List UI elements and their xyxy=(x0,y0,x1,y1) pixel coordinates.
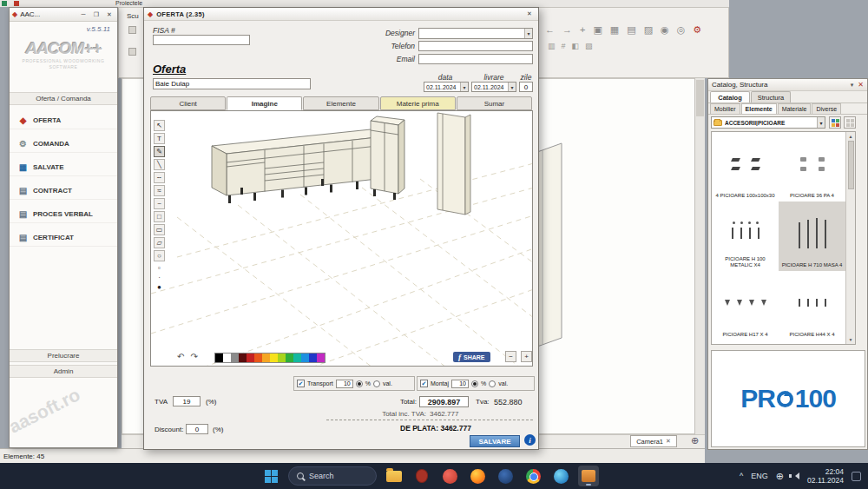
expand-button[interactable]: + xyxy=(521,351,532,362)
taskbar-app-chrome[interactable] xyxy=(523,466,543,486)
discount-input[interactable] xyxy=(186,424,208,434)
prelucrare-button[interactable]: Prelucrare xyxy=(10,349,117,362)
chevron-down-icon[interactable]: ▾ xyxy=(460,83,468,91)
small-dot-icon[interactable]: · xyxy=(154,273,165,282)
designer-select[interactable]: ▾ xyxy=(418,28,533,39)
maximize-button[interactable]: ❐ xyxy=(91,10,102,19)
montaj-checkbox[interactable]: ✔ xyxy=(420,380,428,387)
color-swatch[interactable] xyxy=(231,354,239,362)
line-tool-icon[interactable]: ╲ xyxy=(154,159,165,170)
transport-percent-radio[interactable] xyxy=(356,380,363,387)
pattern-icon[interactable]: ▨ xyxy=(644,24,653,36)
target-icon[interactable]: ◉ xyxy=(661,24,669,36)
tab-sumar[interactable]: Sumar xyxy=(457,96,532,110)
taskbar-app-navy[interactable] xyxy=(495,466,516,486)
tab-client[interactable]: Client xyxy=(150,96,226,110)
tab-catalog[interactable]: Catalog xyxy=(710,91,750,102)
subtab-materiale[interactable]: Materiale xyxy=(778,103,812,114)
volume-icon[interactable] xyxy=(792,472,799,479)
doc-icon[interactable]: ▥ xyxy=(548,42,556,50)
network-icon[interactable]: ⊕ xyxy=(776,471,784,482)
color-swatch[interactable] xyxy=(215,354,223,362)
background-vertical-scrollbar[interactable] xyxy=(694,78,705,435)
scrollbar-thumb[interactable] xyxy=(848,141,854,189)
color-swatch[interactable] xyxy=(317,354,325,362)
thumbnail-view-icon[interactable] xyxy=(829,116,841,129)
taskbar-app-edge[interactable] xyxy=(550,466,571,486)
taskbar-app-explorer[interactable] xyxy=(384,466,404,486)
subtab-diverse[interactable]: Diverse xyxy=(812,103,841,114)
panel-menu-icon[interactable]: ▾ xyxy=(851,82,854,89)
pencil-tool-icon[interactable]: ✎ xyxy=(154,146,165,157)
fisa-input[interactable] xyxy=(153,35,250,45)
tab-imagine[interactable]: Imagine xyxy=(227,96,302,110)
image-canvas[interactable]: ↖ T ✎ ╲ ╌ ≈ ~ □ ▭ ▱ ○ ▫ · ● ↶ ↷ xyxy=(150,110,533,367)
color-swatch[interactable] xyxy=(270,354,278,362)
rectangle-tool-icon[interactable]: □ xyxy=(154,211,165,222)
montaj-percent-radio[interactable] xyxy=(471,380,478,387)
tab-structura[interactable]: Structura xyxy=(751,91,791,102)
color-swatch[interactable] xyxy=(293,354,301,362)
dialog-close-button[interactable]: ✕ xyxy=(524,10,535,19)
salvare-button[interactable]: SALVARE xyxy=(470,435,520,447)
sidebar-item-certificat[interactable]: ▤ CERTIFICAT xyxy=(10,229,117,247)
chevron-down-icon[interactable]: ▾ xyxy=(508,83,516,91)
chevron-down-icon[interactable]: ▾ xyxy=(524,29,532,38)
dashed-line-tool-icon[interactable]: ╌ xyxy=(154,172,165,183)
sidebar-item-proces-verbal[interactable]: ▤ PROCES VERBAL xyxy=(10,206,117,223)
sidebar-item-oferta[interactable]: ◆ OFERTA xyxy=(10,112,117,129)
hatch-icon[interactable]: ▧ xyxy=(585,42,593,50)
transport-val-radio[interactable] xyxy=(373,380,380,387)
settings-gear-icon[interactable]: ⚙ xyxy=(693,24,701,36)
taskbar-app-active[interactable] xyxy=(578,466,599,486)
ellipse-tool-icon[interactable]: ○ xyxy=(154,250,165,261)
email-input[interactable] xyxy=(418,54,533,64)
info-icon[interactable]: i xyxy=(524,434,536,446)
catalog-item[interactable]: PICIOARE H44 X 4 xyxy=(779,271,845,340)
grid-icon[interactable]: ▦ xyxy=(610,24,619,36)
polygon-tool-icon[interactable]: ▱ xyxy=(154,237,165,248)
collapse-button[interactable]: − xyxy=(505,351,516,362)
undo-icon[interactable]: ↶ xyxy=(177,352,184,361)
background-mini-icon[interactable] xyxy=(128,26,136,34)
table-view-icon[interactable] xyxy=(844,116,856,129)
cursor-tool-icon[interactable]: ↖ xyxy=(154,120,165,131)
color-swatch[interactable] xyxy=(286,354,293,362)
color-swatch[interactable] xyxy=(301,354,309,362)
offer-name-input[interactable] xyxy=(153,78,311,89)
back-icon[interactable]: ← xyxy=(545,24,555,36)
admin-button[interactable]: Admin xyxy=(10,365,117,378)
chevron-down-icon[interactable]: ▾ xyxy=(817,117,825,128)
curve-tool-icon[interactable]: ~ xyxy=(154,198,165,209)
minimize-button[interactable]: ─ xyxy=(78,10,89,19)
tab-elemente[interactable]: Elemente xyxy=(303,96,378,110)
color-swatch[interactable] xyxy=(262,354,270,362)
rounded-rect-tool-icon[interactable]: ▭ xyxy=(154,224,165,235)
livrare-date-select[interactable]: 02.11.2024 ▾ xyxy=(471,82,516,92)
catalog-item[interactable]: PICIOARE H 100 METALIC X4 xyxy=(712,202,779,271)
text-tool-icon[interactable]: T xyxy=(154,133,165,144)
category-select[interactable]: ACCESORII|PICIOARE ▾ xyxy=(711,116,825,129)
color-swatch[interactable] xyxy=(309,354,317,362)
search-input[interactable]: Search xyxy=(288,466,377,486)
data-date-select[interactable]: 02.11.2024 ▾ xyxy=(424,82,469,92)
pan-icon[interactable]: ⊕ xyxy=(691,435,699,446)
split-icon[interactable]: ◧ xyxy=(572,42,580,50)
move-icon[interactable]: + xyxy=(580,24,585,36)
zigzag-tool-icon[interactable]: ≈ xyxy=(154,185,165,196)
large-dot-icon[interactable]: ● xyxy=(154,282,165,292)
tab-materie-prima[interactable]: Materie prima xyxy=(380,96,456,110)
notification-icon[interactable] xyxy=(852,472,861,481)
catalog-item[interactable]: 4 PICIOARE 100x100x30 xyxy=(712,132,779,202)
scrollbar-thumb[interactable] xyxy=(696,80,704,116)
montaj-value-input[interactable] xyxy=(451,380,469,388)
color-swatch[interactable] xyxy=(247,354,254,362)
montaj-val-radio[interactable] xyxy=(489,380,496,387)
sidebar-item-salvate[interactable]: ▦ SALVATE xyxy=(10,159,117,176)
sidebar-item-comanda[interactable]: ⚙ COMANDA xyxy=(10,135,117,153)
facebook-share-button[interactable]: f SHARE xyxy=(453,352,490,362)
subtab-elemente[interactable]: Elemente xyxy=(741,103,777,114)
redo-icon[interactable]: ↷ xyxy=(190,352,197,361)
scroll-down-icon[interactable]: ▼ xyxy=(849,335,853,344)
transport-value-input[interactable] xyxy=(336,380,353,388)
